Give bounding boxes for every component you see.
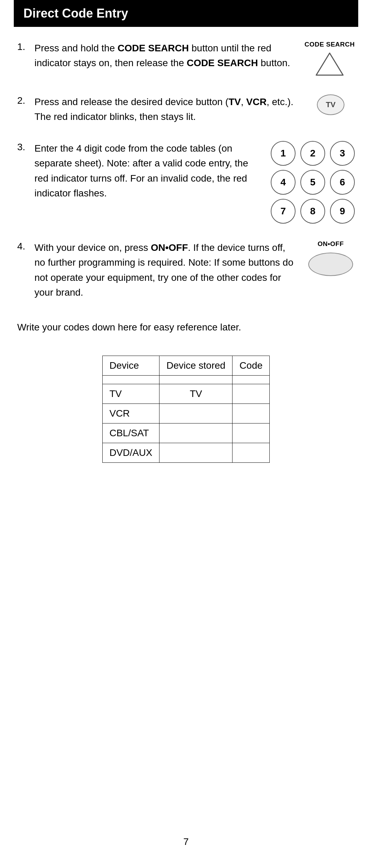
onoff-oval: [308, 253, 353, 276]
stored-cell: [159, 404, 232, 423]
step-2-content: Press and release the desired device but…: [34, 94, 296, 124]
numpad-row-2: 4 5 6: [271, 170, 355, 195]
num-btn-9: 9: [330, 199, 355, 224]
step-1-icon: CODE SEARCH: [298, 41, 355, 78]
stored-cell: [159, 423, 232, 443]
step-3: 3. Enter the 4 digit code from the code …: [17, 141, 355, 224]
svg-marker-0: [316, 53, 343, 75]
step-4-number: 4.: [17, 240, 34, 252]
num-btn-3: 3: [330, 141, 355, 166]
step-2-bold-tv: TV: [228, 96, 241, 107]
num-btn-4: 4: [271, 170, 296, 195]
step-3-body: Enter the 4 digit code from the code tab…: [34, 141, 355, 224]
code-cell: [232, 375, 270, 384]
table-row: TV TV: [102, 384, 270, 404]
table-row: CBL/SAT: [102, 423, 270, 443]
stored-cell: TV: [159, 384, 232, 404]
table-row: [102, 375, 270, 384]
table-header-row: Device Device stored Code: [102, 356, 270, 375]
device-cell: VCR: [102, 404, 159, 423]
num-btn-8: 8: [300, 199, 325, 224]
code-cell: [232, 443, 270, 462]
triangle-button: [314, 50, 345, 78]
tv-button-icon: TV: [317, 94, 344, 115]
step-1-number: 1.: [17, 41, 34, 52]
table-row: VCR: [102, 404, 270, 423]
device-cell: DVD/AUX: [102, 443, 159, 462]
step-4: 4. With your device on, press ON•OFF. If…: [17, 240, 355, 300]
step-3-text: Enter the 4 digit code from the code tab…: [34, 141, 271, 201]
page-header: Direct Code Entry: [14, 0, 358, 27]
stored-cell: [159, 375, 232, 384]
code-cell: [232, 384, 270, 404]
step-2-icon: TV: [300, 94, 355, 115]
tv-oval: TV: [317, 94, 344, 115]
stored-cell: [159, 443, 232, 462]
numpad-row-3: 7 8 9: [271, 199, 355, 224]
step-2-number: 2.: [17, 94, 34, 106]
code-search-label: CODE SEARCH: [304, 41, 355, 48]
step-4-icon: ON•OFF: [300, 240, 355, 276]
step-4-content: With your device on, press ON•OFF. If th…: [34, 240, 296, 300]
num-btn-2: 2: [300, 141, 325, 166]
numpad-row-1: 1 2 3: [271, 141, 355, 166]
page-number: 7: [14, 816, 358, 847]
col-header-device: Device: [102, 356, 159, 375]
device-cell: [102, 375, 159, 384]
num-btn-7: 7: [271, 199, 296, 224]
code-search-icon: CODE SEARCH: [304, 41, 355, 78]
code-cell: [232, 404, 270, 423]
step-4-bold: ON•OFF: [151, 242, 188, 253]
step-1: 1. Press and hold the CODE SEARCH button…: [17, 41, 355, 78]
num-btn-1: 1: [271, 141, 296, 166]
table-row: DVD/AUX: [102, 443, 270, 462]
step-2: 2. Press and release the desired device …: [17, 94, 355, 124]
num-btn-5: 5: [300, 170, 325, 195]
code-cell: [232, 423, 270, 443]
onoff-icon: ON•OFF: [308, 240, 353, 276]
page-title: Direct Code Entry: [23, 6, 128, 20]
device-table: Device Device stored Code TV TV VCR: [102, 356, 270, 463]
step-1-content: Press and hold the CODE SEARCH button un…: [34, 41, 294, 71]
numpad: 1 2 3 4 5 6 7 8 9: [271, 141, 355, 224]
onoff-label: ON•OFF: [318, 240, 344, 248]
num-btn-6: 6: [330, 170, 355, 195]
step-1-bold1: CODE SEARCH: [117, 43, 189, 53]
steps-section: 1. Press and hold the CODE SEARCH button…: [14, 41, 358, 316]
step-1-bold2: CODE SEARCH: [187, 58, 258, 68]
device-cell: CBL/SAT: [102, 423, 159, 443]
step-2-bold-vcr: VCR: [246, 96, 267, 107]
col-header-code: Code: [232, 356, 270, 375]
reference-text: Write your codes down here for easy refe…: [14, 320, 358, 335]
device-cell: TV: [102, 384, 159, 404]
step-3-number: 3.: [17, 141, 34, 153]
page-container: Direct Code Entry 1. Press and hold the …: [0, 0, 372, 868]
table-container: Device Device stored Code TV TV VCR: [14, 356, 358, 463]
col-header-stored: Device stored: [159, 356, 232, 375]
